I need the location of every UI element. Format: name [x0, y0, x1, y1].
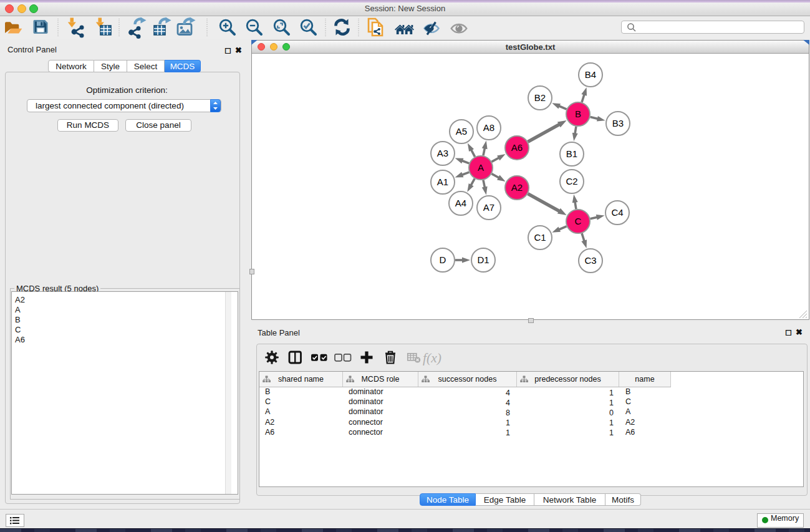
svg-text:D: D: [440, 254, 446, 265]
svg-text:A4: A4: [455, 198, 466, 208]
svg-text:B2: B2: [534, 92, 546, 103]
svg-text:B4: B4: [585, 69, 596, 80]
svg-text:C2: C2: [566, 176, 577, 186]
svg-text:B3: B3: [612, 118, 624, 128]
svg-text:D1: D1: [477, 254, 489, 265]
svg-text:C1: C1: [534, 232, 546, 243]
svg-text:A1: A1: [437, 177, 448, 187]
svg-text:C3: C3: [584, 255, 596, 266]
svg-text:A2: A2: [511, 182, 523, 193]
svg-text:A6: A6: [511, 142, 523, 153]
svg-text:B: B: [575, 109, 581, 119]
svg-text:C: C: [575, 216, 582, 226]
svg-text:A3: A3: [437, 148, 448, 158]
svg-text:A5: A5: [456, 126, 467, 137]
svg-text:A7: A7: [483, 202, 494, 213]
svg-text:C4: C4: [611, 207, 623, 218]
svg-text:f(x): f(x): [423, 351, 441, 365]
svg-text:A: A: [478, 162, 484, 173]
svg-text:A8: A8: [483, 122, 494, 133]
svg-text:B1: B1: [566, 148, 577, 159]
